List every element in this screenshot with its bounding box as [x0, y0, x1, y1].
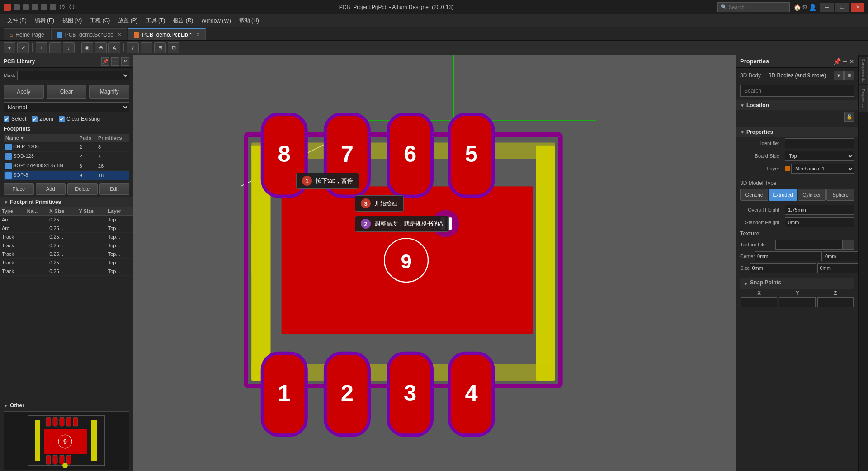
tb-btn-10[interactable]: ⊡ — [168, 42, 179, 53]
fp-row-sod123[interactable]: SOD-123 27 — [4, 152, 129, 161]
clear-existing-checkbox-label[interactable]: Clear Existing — [59, 116, 100, 122]
close-btn[interactable]: ✕ — [851, 3, 864, 12]
texture-file-input[interactable] — [775, 240, 842, 250]
menu-edit[interactable]: 编辑 (E) — [31, 15, 58, 26]
prim-row-5[interactable]: Track0.25...Top... — [0, 250, 133, 259]
standoff-height-input[interactable] — [785, 217, 854, 227]
panel-pin-btn[interactable]: 📌 — [101, 57, 109, 66]
filter-icon-btn[interactable]: ▼ — [834, 71, 844, 80]
normal-select[interactable]: Normal Single Multi — [4, 102, 129, 112]
props-pin-btn[interactable]: 📌 — [833, 58, 841, 65]
menu-place[interactable]: 放置 (P) — [114, 15, 141, 26]
title-search-bar[interactable]: 🔍 — [717, 2, 790, 12]
props-min-btn[interactable]: ─ — [843, 58, 847, 65]
zoom-checkbox[interactable] — [32, 116, 38, 122]
texture-center-x-input[interactable] — [755, 251, 822, 261]
select-checkbox[interactable] — [4, 116, 9, 122]
layer-select[interactable]: Mechanical 1 Top Layer Bottom Layer — [791, 164, 854, 174]
place-btn[interactable]: Place — [4, 183, 34, 195]
prim-row-4[interactable]: Track0.25...Top... — [0, 241, 133, 250]
clear-existing-checkbox[interactable] — [59, 116, 65, 122]
toolbar-icon-1[interactable] — [14, 4, 20, 10]
prim-row-6[interactable]: Track0.25...Top... — [0, 259, 133, 267]
toolbar-icon-3[interactable] — [32, 4, 38, 10]
fp-col-name[interactable]: Name — [4, 134, 78, 142]
undo-btn[interactable]: ↺ — [59, 2, 66, 12]
magnify-btn[interactable]: Magnify — [89, 85, 129, 99]
fp-col-pads[interactable]: Pads — [78, 134, 96, 142]
minimize-btn[interactable]: ─ — [820, 3, 834, 12]
fp-col-primitives[interactable]: Primitives — [96, 134, 129, 142]
snap-y-input[interactable] — [779, 297, 815, 307]
panel-close-btn[interactable]: ✕ — [121, 57, 129, 66]
pcblib-tab-close[interactable]: ✕ — [196, 32, 200, 37]
toolbar-icon-5[interactable] — [50, 4, 56, 10]
model-btn-cylinder[interactable]: Cylinder — [798, 189, 826, 201]
filter-btn[interactable]: ▼ — [4, 42, 15, 53]
fp-row-sop127[interactable]: SOP127P600X175-8N 826 — [4, 161, 129, 171]
redo-btn[interactable]: ↻ — [68, 2, 75, 12]
settings-icon-btn[interactable]: ⚙ — [802, 4, 808, 11]
toolbar-icon-4[interactable] — [41, 4, 47, 10]
prim-row-1[interactable]: Arc0.25...Top... — [0, 216, 133, 224]
zoom-checkbox-label[interactable]: Zoom — [32, 116, 53, 122]
model-btn-sphere[interactable]: Sphere — [826, 189, 854, 201]
primitives-header[interactable]: ▼ Footprint Primitives — [0, 197, 133, 207]
tb-btn-2[interactable]: ─ — [49, 42, 61, 53]
prim-row-2[interactable]: Arc0.25...Top... — [0, 224, 133, 233]
snap-z-input[interactable] — [817, 297, 854, 307]
tab-pcblib[interactable]: PCB_demo.PcbLib * ✕ — [128, 28, 205, 40]
prim-row-7[interactable]: Track0.25...Top... — [0, 267, 133, 276]
model-btn-extruded[interactable]: Extruded — [769, 189, 797, 201]
prim-col-name[interactable]: Na... — [25, 207, 48, 216]
model-btn-generic[interactable]: Generic — [740, 189, 768, 201]
prim-col-ysize[interactable]: Y-Size — [77, 207, 106, 216]
menu-reports[interactable]: 报告 (R) — [170, 15, 197, 26]
panel-min-btn[interactable]: ─ — [111, 57, 119, 66]
location-header[interactable]: ▼ Location — [736, 100, 858, 110]
delete-btn[interactable]: Delete — [67, 183, 98, 195]
home-icon-btn[interactable]: 🏠 — [793, 4, 801, 11]
tb-btn-3[interactable]: ↓ — [63, 42, 75, 53]
tb-btn-8[interactable]: ☐ — [141, 42, 152, 53]
clear-btn[interactable]: Clear — [47, 85, 87, 99]
menu-window[interactable]: Window (W) — [198, 16, 234, 25]
prim-col-layer[interactable]: Layer — [106, 207, 133, 216]
menu-tools[interactable]: 工具 (T) — [142, 15, 169, 26]
toolbar-icon-2[interactable] — [23, 4, 29, 10]
primitives-table-wrap[interactable]: Type Na... X-Size Y-Size Layer Arc0.25..… — [0, 207, 133, 279]
rsb-components[interactable]: Components — [859, 57, 868, 84]
route-btn[interactable]: ⤢ — [17, 42, 29, 53]
identifier-input[interactable] — [785, 138, 854, 148]
select-checkbox-label[interactable]: Select — [4, 116, 26, 122]
schdoc-tab-close[interactable]: ✕ — [118, 32, 121, 37]
title-search-input[interactable] — [729, 5, 783, 10]
edit-btn[interactable]: Edit — [99, 183, 130, 195]
other-label[interactable]: ▼ Other — [4, 402, 129, 409]
filter-settings-btn[interactable]: ⚙ — [844, 71, 854, 80]
tb-btn-5[interactable]: ⊕ — [95, 42, 107, 53]
fp-row-chip1206[interactable]: CHIP_1206 28 — [4, 142, 129, 152]
prim-row-3[interactable]: Track0.25...Top... — [0, 233, 133, 241]
board-side-select[interactable]: Top Bottom — [785, 151, 854, 161]
tab-schdoc[interactable]: PCB_demo.SchDoc ✕ — [51, 28, 127, 40]
menu-help[interactable]: 帮助 (H) — [236, 15, 263, 26]
prim-col-xsize[interactable]: X-Size — [47, 207, 77, 216]
apply-btn[interactable]: Apply — [4, 85, 44, 99]
canvas-area[interactable]: 8 7 6 5 1 2 — [133, 55, 736, 471]
tb-btn-9[interactable]: ⊞ — [154, 42, 166, 53]
menu-file[interactable]: 文件 (F) — [4, 15, 30, 26]
tb-btn-1[interactable]: + — [36, 42, 47, 53]
props-close-btn[interactable]: ✕ — [849, 58, 854, 65]
texture-file-browse-btn[interactable]: ··· — [842, 240, 854, 250]
rsb-properties[interactable]: Properties — [859, 85, 868, 112]
prim-col-type[interactable]: Type — [0, 207, 25, 216]
texture-size-x-input[interactable] — [750, 263, 816, 273]
overall-height-input[interactable] — [785, 205, 854, 215]
snap-x-input[interactable] — [741, 297, 777, 307]
location-lock-btn[interactable]: 🔓 — [844, 112, 854, 122]
tb-btn-4[interactable]: ◉ — [81, 42, 93, 53]
tab-home[interactable]: ⌂ Home Page — [4, 28, 50, 40]
user-icon-btn[interactable]: 👤 — [809, 4, 816, 11]
fp-row-sop8[interactable]: SOP-8 918 — [4, 171, 129, 180]
